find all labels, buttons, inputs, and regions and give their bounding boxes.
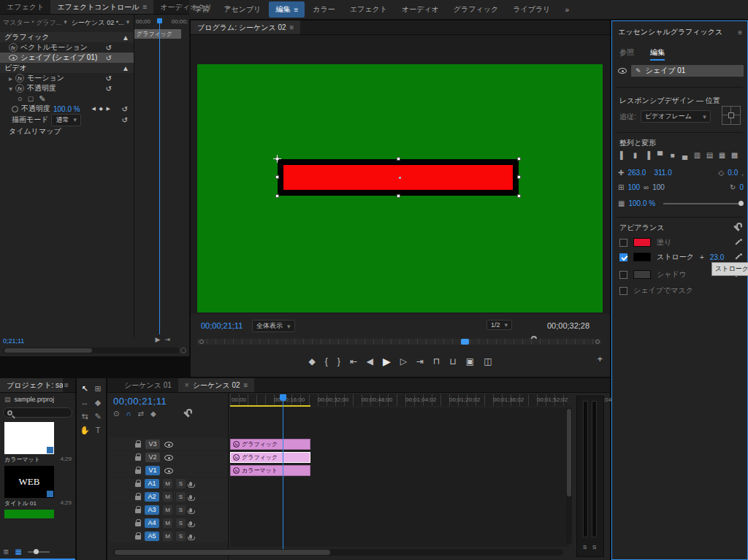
- timeline-timecode[interactable]: 00;00;21;11: [113, 396, 167, 407]
- go-to-out-button[interactable]: ⇥: [416, 356, 424, 367]
- bin-item-name[interactable]: タイトル 01: [4, 499, 37, 507]
- expand-icon[interactable]: ▾: [9, 85, 12, 93]
- tab-sequence-02[interactable]: × シーケンス 02 ≡: [178, 378, 255, 392]
- layer-item-shape01[interactable]: ✎ シェイプ 01: [631, 65, 744, 77]
- ripple-edit-tool[interactable]: ↔: [79, 396, 91, 408]
- timeline-playhead[interactable]: [283, 394, 283, 549]
- clip-graphic-v2-selected[interactable]: fx グラフィック: [230, 452, 310, 463]
- keyframe-next-icon[interactable]: ▶: [107, 106, 110, 112]
- stroke-checkbox[interactable]: [619, 253, 627, 261]
- lock-track-icon[interactable]: [135, 456, 141, 461]
- fill-eyedropper-icon[interactable]: [734, 239, 742, 247]
- type-tool[interactable]: T: [92, 424, 104, 436]
- shadow-checkbox[interactable]: [619, 271, 627, 279]
- track-header-v1[interactable]: V1: [109, 464, 228, 477]
- bin-item-title01[interactable]: WEB: [4, 466, 54, 498]
- go-to-in-button[interactable]: ⇤: [350, 356, 357, 367]
- zoom-out-icon[interactable]: [180, 348, 186, 353]
- rotation-value[interactable]: 0: [739, 183, 744, 191]
- slip-tool[interactable]: ⇆: [79, 410, 91, 422]
- workspace-overflow-icon[interactable]: »: [558, 1, 576, 18]
- program-playhead-grip[interactable]: [461, 339, 469, 345]
- master-clip-select[interactable]: マスター * グラフ... ▾: [3, 18, 67, 28]
- meter-solo-right[interactable]: S: [592, 544, 596, 551]
- sequence-select[interactable]: シーケンス 02 *... ▾: [72, 18, 129, 28]
- timeline-menu-icon[interactable]: ≡: [244, 381, 248, 389]
- insert-mode-icon[interactable]: ⊙: [113, 410, 119, 418]
- lock-track-icon[interactable]: [135, 469, 141, 474]
- mini-timeline-clip[interactable]: グラフィック: [134, 29, 181, 39]
- track-header-a3[interactable]: A3 M S: [109, 504, 228, 516]
- snap-icon[interactable]: ∩: [126, 410, 131, 418]
- comparison-view-button[interactable]: ◫: [484, 356, 492, 367]
- stroke-eyedropper-icon[interactable]: [734, 253, 742, 261]
- align-h-center-icon[interactable]: ▮: [630, 151, 640, 160]
- play-around-icon[interactable]: ▶: [156, 336, 161, 343]
- timeline-hscroll[interactable]: [113, 549, 563, 556]
- reset-param-icon[interactable]: ↺: [122, 105, 128, 113]
- track-header-a5[interactable]: A5 M S: [109, 530, 228, 542]
- clip-colormatte-v1[interactable]: fx カラーマット: [230, 465, 310, 476]
- stroke-width-value[interactable]: 23.0: [710, 253, 724, 261]
- mark-in-button[interactable]: {: [325, 356, 328, 367]
- step-forward-button[interactable]: ▷: [400, 356, 407, 367]
- track-badge-a4[interactable]: A4: [145, 518, 159, 528]
- zoom-level-select[interactable]: 全体表示 ▾: [252, 320, 295, 332]
- mute-button[interactable]: M: [163, 518, 172, 528]
- step-back-button[interactable]: ◀: [367, 356, 373, 367]
- toggle-animation-icon[interactable]: [12, 106, 18, 112]
- shape-handle-w[interactable]: [275, 175, 279, 179]
- timeline-vscroll[interactable]: [566, 407, 572, 544]
- reset-effect-icon[interactable]: ↺: [106, 85, 112, 93]
- shape-handle-ne[interactable]: [517, 157, 521, 161]
- blend-mode-select[interactable]: 通常 ▾: [51, 114, 81, 126]
- reset-effect-icon[interactable]: ↺: [106, 54, 112, 62]
- fill-color-swatch[interactable]: [633, 238, 651, 247]
- fill-checkbox[interactable]: [619, 239, 627, 247]
- mini-playhead-grip[interactable]: [157, 18, 162, 23]
- mute-button[interactable]: M: [163, 532, 172, 541]
- workspace-tab-effects[interactable]: エフェクト: [343, 1, 394, 18]
- reset-param-icon[interactable]: ↺: [122, 116, 128, 124]
- tab-effect-controls[interactable]: エフェクトコントロール ≡: [50, 0, 153, 14]
- video-frame[interactable]: [197, 64, 603, 312]
- scale-x-value[interactable]: 100: [627, 183, 640, 191]
- bin-item-name[interactable]: カラーマット: [4, 456, 40, 464]
- thumbnail-zoom-slider[interactable]: [28, 551, 50, 553]
- track-badge-a1[interactable]: A1: [145, 479, 159, 488]
- selection-tool[interactable]: ↖: [79, 383, 91, 394]
- shadow-color-swatch[interactable]: [633, 270, 651, 279]
- voiceover-record-icon[interactable]: [189, 521, 192, 526]
- track-header-a1[interactable]: A1 M S: [109, 477, 228, 490]
- track-badge-a2[interactable]: A2: [145, 492, 159, 502]
- workspace-menu-icon[interactable]: ≡: [294, 6, 298, 14]
- bin-item-thumb-green[interactable]: [4, 510, 54, 518]
- lock-track-icon[interactable]: [135, 483, 141, 487]
- tab-effects[interactable]: エフェクト: [0, 0, 50, 14]
- hand-tool[interactable]: ✋: [79, 424, 91, 436]
- workspace-tab-graphics[interactable]: グラフィック: [447, 1, 505, 18]
- collapse-section-icon[interactable]: ▲: [122, 34, 129, 42]
- project-file-name[interactable]: sample.prproj: [15, 396, 55, 403]
- appearance-settings-icon[interactable]: [733, 223, 742, 231]
- voiceover-record-icon[interactable]: [189, 508, 192, 513]
- lock-track-icon[interactable]: [135, 535, 141, 540]
- collapse-section-icon[interactable]: ▲: [122, 64, 129, 72]
- work-area-bar[interactable]: [230, 405, 310, 407]
- expand-icon[interactable]: ▸: [9, 74, 12, 83]
- layer-visibility-icon[interactable]: [618, 68, 627, 74]
- mute-button[interactable]: M: [163, 505, 172, 515]
- razor-tool[interactable]: ◆: [92, 396, 104, 408]
- track-output-icon[interactable]: [164, 442, 173, 448]
- lock-track-icon[interactable]: [135, 522, 141, 526]
- mask-with-shape-checkbox[interactable]: [619, 287, 627, 295]
- item-badge-icon[interactable]: [47, 447, 53, 453]
- bin-item-colormatte[interactable]: [4, 422, 54, 454]
- meter-solo-left[interactable]: S: [583, 544, 587, 551]
- align-right-icon[interactable]: ▐: [643, 151, 652, 160]
- list-view-icon[interactable]: ≣: [3, 548, 9, 556]
- ec-group-video[interactable]: ビデオ ▲: [0, 63, 134, 73]
- anchor-value[interactable]: 0.0: [728, 169, 738, 177]
- program-timecode[interactable]: 00;00;21;11: [201, 321, 243, 330]
- toggle-visibility-icon[interactable]: [9, 55, 18, 61]
